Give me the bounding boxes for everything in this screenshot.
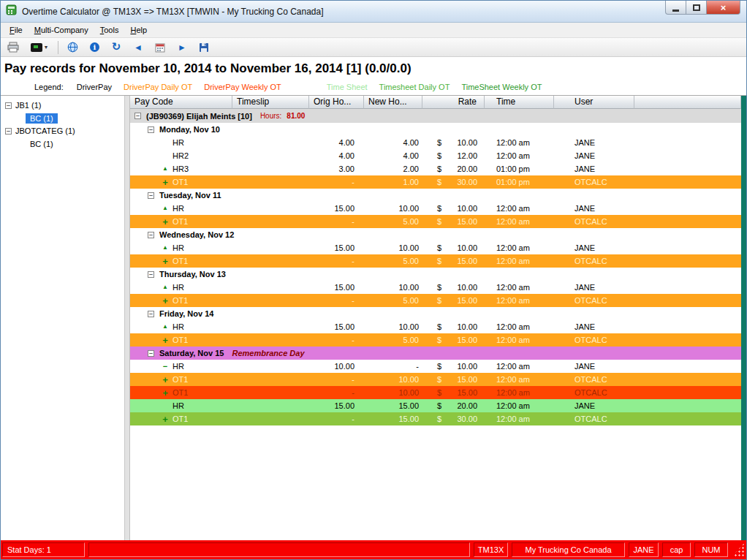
collapse-toggle-icon[interactable]: − xyxy=(134,113,141,119)
pay-record-row[interactable]: +OT1-5.00$15.0012:00 amOTCALC xyxy=(130,333,741,347)
day-group-row[interactable]: −Friday, Nov 14 xyxy=(130,307,741,320)
up-icon: ▲ xyxy=(161,284,170,290)
menu-multi-company[interactable]: Multi-Company xyxy=(29,24,94,36)
tree-node[interactable]: −JB1 (1) xyxy=(1,99,124,112)
rate-value: 15.00 xyxy=(457,217,477,226)
pay-record-row[interactable]: HR4.004.00$10.0012:00 amJANE xyxy=(130,136,741,149)
currency-symbol: $ xyxy=(437,217,441,226)
plus-icon: + xyxy=(161,415,170,424)
rate-cell: $20.00 xyxy=(422,401,485,410)
pay-code-cell: +OT1 xyxy=(130,375,232,385)
orig-hours-cell: 15.00 xyxy=(309,204,364,213)
resize-grip-icon[interactable] xyxy=(732,542,745,557)
day-group-row[interactable]: −Saturday, Nov 15Remembrance Day xyxy=(130,347,741,360)
legend-item: Timesheet Daily OT xyxy=(379,83,450,91)
forward-button[interactable]: ► xyxy=(174,40,190,55)
time-cell: 12:00 am xyxy=(485,296,554,305)
column-header[interactable]: New Ho... xyxy=(364,96,422,109)
column-header[interactable]: Rate xyxy=(422,96,485,109)
holiday-label: Remembrance Day xyxy=(232,349,304,357)
user-cell: OTCALC xyxy=(554,336,634,344)
collapse-toggle-icon[interactable]: − xyxy=(148,192,154,199)
column-header[interactable]: Time xyxy=(485,96,554,109)
column-header[interactable]: User xyxy=(554,96,634,109)
menu-file[interactable]: File xyxy=(4,24,29,36)
maximize-button[interactable] xyxy=(686,1,707,15)
tree-node-child[interactable]: BC (1) xyxy=(1,137,124,150)
pay-record-row[interactable]: HR15.0015.00$20.0012:00 amJANE xyxy=(130,399,741,412)
screen-dropdown-button[interactable]: ▼ xyxy=(27,40,52,55)
panel-splitter[interactable] xyxy=(125,96,130,540)
dash-icon: − xyxy=(161,363,170,371)
collapse-toggle-icon[interactable]: − xyxy=(148,350,154,357)
up-icon: ▲ xyxy=(161,166,170,172)
calendar-button[interactable] xyxy=(152,40,168,55)
pay-record-row[interactable]: +OT1-15.00$30.0012:00 amOTCALC xyxy=(130,412,741,425)
collapse-toggle-icon[interactable]: − xyxy=(5,128,12,135)
tree-child-label: BC (1) xyxy=(26,113,58,124)
pay-record-row[interactable]: +OT1-10.00$15.0012:00 amOTCALC xyxy=(130,386,741,399)
plus-icon: + xyxy=(161,257,170,266)
time-cell: 12:00 am xyxy=(485,204,554,213)
status-num-indicator: NUM xyxy=(694,542,728,557)
collapse-toggle-icon[interactable]: − xyxy=(148,311,154,317)
pay-record-row[interactable]: +OT1-5.00$15.0012:00 amOTCALC xyxy=(130,294,741,307)
time-cell: 12:00 am xyxy=(485,388,554,397)
rate-value: 10.00 xyxy=(457,283,477,292)
day-group-row[interactable]: −Thursday, Nov 13 xyxy=(130,268,741,281)
currency-symbol: $ xyxy=(437,178,441,186)
collapse-toggle-icon[interactable]: − xyxy=(5,102,12,109)
column-header[interactable]: Orig Ho... xyxy=(309,96,364,109)
info-button[interactable]: i xyxy=(86,40,102,55)
forward-icon: ► xyxy=(178,43,186,52)
pay-record-row[interactable]: ▲HR15.0010.00$10.0012:00 amJANE xyxy=(130,202,741,215)
tree-node[interactable]: −JBOTCATEG (1) xyxy=(1,124,124,137)
pay-record-row[interactable]: +OT1-5.00$15.0012:00 amOTCALC xyxy=(130,254,741,268)
rate-value: 10.00 xyxy=(457,362,477,371)
pay-record-row[interactable]: +OT1-1.00$30.0001:00 pmOTCALC xyxy=(130,175,741,189)
pay-record-row[interactable]: ▲HR15.0010.00$10.0012:00 amJANE xyxy=(130,281,741,294)
pay-code-cell: HR xyxy=(130,401,232,410)
pay-record-row[interactable]: +OT1-5.00$15.0012:00 amOTCALC xyxy=(130,215,741,228)
status-user: JANE xyxy=(629,542,659,557)
globe-button[interactable] xyxy=(64,40,80,55)
user-cell: JANE xyxy=(554,362,634,371)
employee-group-row[interactable]: − (JB90369) Elijah Meints [10] Hours: 81… xyxy=(130,109,741,123)
legend-label: Legend: xyxy=(34,83,64,91)
day-group-row[interactable]: −Wednesday, Nov 12 xyxy=(130,228,741,241)
day-group-row[interactable]: −Monday, Nov 10 xyxy=(130,123,741,136)
status-caps-indicator: cap xyxy=(662,542,691,557)
new-hours-cell: 10.00 xyxy=(364,283,422,292)
pay-code-value: OT1 xyxy=(172,415,188,423)
orig-hours-cell: - xyxy=(309,415,364,423)
new-hours-cell: 10.00 xyxy=(364,204,422,213)
close-button[interactable]: × xyxy=(707,1,740,15)
main-area: −JB1 (1)BC (1)−JBOTCATEG (1)BC (1) Pay C… xyxy=(1,96,746,540)
minimize-button[interactable] xyxy=(665,1,686,15)
user-cell: OTCALC xyxy=(554,415,634,423)
pay-record-row[interactable]: +OT1-10.00$15.0012:00 amOTCALC xyxy=(130,373,741,386)
pay-record-row[interactable]: HR24.004.00$12.0012:00 amJANE xyxy=(130,149,741,162)
pay-record-row[interactable]: ▲HR33.002.00$20.0001:00 pmJANE xyxy=(130,162,741,175)
rate-cell: $15.00 xyxy=(422,296,485,305)
pay-record-row[interactable]: ▲HR15.0010.00$10.0012:00 amJANE xyxy=(130,320,741,333)
tree-node-child[interactable]: BC (1) xyxy=(1,112,124,124)
back-button[interactable]: ◄ xyxy=(130,40,146,55)
pay-record-row[interactable]: −HR10.00-$10.0012:00 amJANE xyxy=(130,360,741,373)
collapse-toggle-icon[interactable]: − xyxy=(148,232,154,238)
column-header[interactable]: Timeslip xyxy=(232,96,309,109)
day-label: Monday, Nov 10 xyxy=(159,125,220,134)
save-button[interactable] xyxy=(196,40,212,55)
refresh-button[interactable]: ↻ xyxy=(108,40,124,55)
collapse-toggle-icon[interactable]: − xyxy=(148,271,154,278)
day-group-row[interactable]: −Tuesday, Nov 11 xyxy=(130,189,741,202)
collapse-toggle-icon[interactable]: − xyxy=(148,126,154,133)
orig-hours-cell: - xyxy=(309,178,364,186)
pay-record-row[interactable]: ▲HR15.0010.00$10.0012:00 amJANE xyxy=(130,241,741,254)
print-button[interactable] xyxy=(5,40,21,55)
column-header[interactable]: Pay Code xyxy=(130,96,232,109)
day-label: Tuesday, Nov 11 xyxy=(159,191,221,200)
user-cell: JANE xyxy=(554,243,634,252)
menu-help[interactable]: Help xyxy=(124,24,153,36)
menu-tools[interactable]: Tools xyxy=(94,24,125,36)
